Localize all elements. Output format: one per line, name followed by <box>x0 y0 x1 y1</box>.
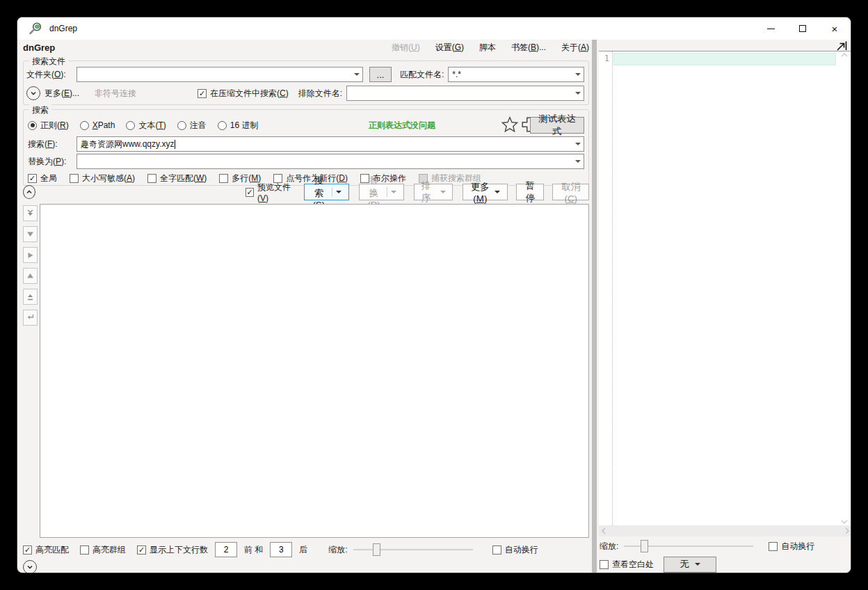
replace-dropdown-icon <box>391 191 396 193</box>
file-group-title: 搜索文件 <box>29 56 68 67</box>
exclude-dropdown-icon[interactable] <box>572 86 584 100</box>
radio-selected-icon <box>28 121 37 130</box>
maximize-button[interactable] <box>787 17 819 40</box>
search-for-combobox[interactable]: 趣奇资源网www.qqzy.xyz <box>77 136 584 152</box>
checkbox-checked-icon: ✓ <box>246 188 254 197</box>
results-options-bar: ✓ 高亮匹配 高亮群组 ✓ 显示上下文行数 前 和 后 缩放: 自动换行 <box>23 541 589 559</box>
preview-whitespace-row: 查看空白处 无 <box>600 556 849 573</box>
pane-splitter[interactable] <box>592 40 597 573</box>
more-options-expander[interactable] <box>26 86 40 100</box>
radio-unselected-icon <box>218 121 227 130</box>
more-options-label[interactable]: 更多(E)... <box>45 88 79 99</box>
radio-regex-label: 正则(R) <box>40 120 69 131</box>
follow-symlinks-hint: 非符号连接 <box>95 88 136 99</box>
radio-xpath-label: XPath <box>93 120 115 130</box>
down-arrow-icon <box>26 231 34 237</box>
highlight-matches-checkbox[interactable]: ✓ 高亮匹配 <box>23 544 69 556</box>
slider-thumb[interactable] <box>641 540 648 552</box>
file-group: 搜索文件 文件夹(O): ... 匹配文件名: *.* 更多(E)... <box>23 61 589 105</box>
exclude-filename-combobox[interactable] <box>346 86 584 101</box>
search-for-dropdown-icon[interactable] <box>572 137 584 151</box>
menu-bookmarks[interactable]: 书签(B)... <box>511 42 546 54</box>
radio-regex[interactable]: 正则(R) <box>28 120 69 131</box>
whole-word-checkbox[interactable]: 全字匹配(W) <box>147 173 207 184</box>
preview-editor[interactable]: 1 <box>599 51 851 525</box>
close-button[interactable]: × <box>819 17 851 40</box>
collapse-top-expander[interactable] <box>23 185 35 199</box>
case-sensitive-label: 大小写敏感(A) <box>82 173 135 184</box>
search-dropdown-icon[interactable] <box>336 191 341 193</box>
preview-wrap-checkbox[interactable]: 自动换行 <box>769 541 814 552</box>
regex-validation-message: 正则表达式没问题 <box>369 120 435 131</box>
scroll-down-icon[interactable] <box>841 520 848 524</box>
menu-settings[interactable]: 设置(G) <box>435 42 464 54</box>
pause-button-label: 暂停 <box>524 180 536 205</box>
folder-combobox[interactable] <box>77 67 363 82</box>
skip-to-last-button[interactable] <box>23 205 38 221</box>
radio-xpath[interactable]: XPath <box>80 120 115 130</box>
minimize-button[interactable] <box>755 17 787 40</box>
current-match-button[interactable] <box>23 247 38 263</box>
highlight-groups-label: 高亮群组 <box>93 544 126 556</box>
browse-button[interactable]: ... <box>369 67 392 82</box>
preview-vertical-scrollbar[interactable] <box>838 51 850 525</box>
folder-dropdown-icon[interactable] <box>351 67 362 81</box>
preview-files-checkbox[interactable]: ✓ 预览文件(V) <box>246 182 297 203</box>
sort-button-label: 排序 <box>421 180 431 205</box>
context-after-input[interactable] <box>270 542 292 557</box>
match-filename-dropdown-icon[interactable] <box>572 67 584 81</box>
scroll-right-icon[interactable] <box>845 527 849 534</box>
menu-about[interactable]: 关于(A) <box>561 42 589 54</box>
preview-zoom-row: 缩放: 自动换行 <box>600 539 849 553</box>
chevron-up-icon <box>26 189 33 196</box>
view-whitespace-label: 查看空白处 <box>612 559 654 571</box>
wrap-navigation-button[interactable] <box>23 310 38 326</box>
results-wrap-label: 自动换行 <box>505 544 538 556</box>
preview-zoom-slider[interactable] <box>624 540 753 552</box>
menu-undo: 撤销(U) <box>392 42 420 54</box>
match-filename-value: *.* <box>452 70 461 79</box>
search-archives-checkbox[interactable]: ✓ 在压缩文件中搜索(C) <box>198 88 289 99</box>
pause-button[interactable]: 暂停 <box>516 184 544 200</box>
search-button[interactable]: 搜索(S) <box>304 184 349 200</box>
replace-dropdown-icon[interactable] <box>572 154 584 168</box>
previous-match-button[interactable] <box>23 268 38 284</box>
replace-button: 替换(R) <box>359 184 404 200</box>
whitespace-dropdown-icon <box>695 563 700 566</box>
scroll-up-icon[interactable] <box>841 53 848 57</box>
results-zoom-slider[interactable] <box>353 543 473 556</box>
case-sensitive-checkbox[interactable]: 大小写敏感(A) <box>70 173 135 184</box>
radio-phonetic[interactable]: 注音 <box>177 120 207 131</box>
right-arrow-icon <box>27 252 34 259</box>
view-whitespace-checkbox[interactable]: 查看空白处 <box>600 559 654 571</box>
replace-with-combobox[interactable] <box>77 154 584 169</box>
show-context-lines-checkbox[interactable]: ✓ 显示上下文行数 <box>137 544 208 556</box>
app-name-label: dnGrep <box>23 42 55 53</box>
match-filename-combobox[interactable]: *.* <box>448 67 584 82</box>
context-before-input[interactable] <box>215 542 237 557</box>
results-wrap-checkbox[interactable]: 自动换行 <box>492 544 538 556</box>
dngrep-window: dnGrep × dnGrep 撤销(U) 设置(G) 脚本 书签(B)... … <box>17 17 851 573</box>
scroll-left-icon[interactable] <box>602 527 606 534</box>
favorite-star-icon[interactable] <box>501 115 519 134</box>
next-match-button[interactable] <box>23 226 38 242</box>
match-filename-label: 匹配文件名: <box>400 69 444 81</box>
maximize-icon <box>799 25 806 32</box>
skip-to-first-button[interactable] <box>23 289 38 305</box>
search-results-list[interactable] <box>40 204 589 538</box>
whitespace-mode-dropdown[interactable]: 无 <box>664 557 716 573</box>
test-expression-button[interactable]: 测试表达式 <box>530 117 584 134</box>
collapse-bottom-expander[interactable] <box>23 560 37 573</box>
slider-thumb[interactable] <box>373 543 380 556</box>
preview-wrap-label: 自动换行 <box>781 541 814 552</box>
preview-horizontal-scrollbar[interactable] <box>599 525 851 536</box>
radio-text[interactable]: 文本(T) <box>126 120 166 131</box>
chevron-down-icon <box>26 564 33 571</box>
return-arrow-icon <box>26 314 35 321</box>
menu-script[interactable]: 脚本 <box>479 42 496 54</box>
more-button[interactable]: 更多(M) <box>463 184 508 200</box>
highlight-groups-checkbox[interactable]: 高亮群组 <box>80 544 126 556</box>
global-checkbox[interactable]: ✓ 全局 <box>28 173 57 184</box>
radio-hex[interactable]: 16 进制 <box>218 120 259 131</box>
preview-files-label: 预览文件(V) <box>257 182 297 203</box>
